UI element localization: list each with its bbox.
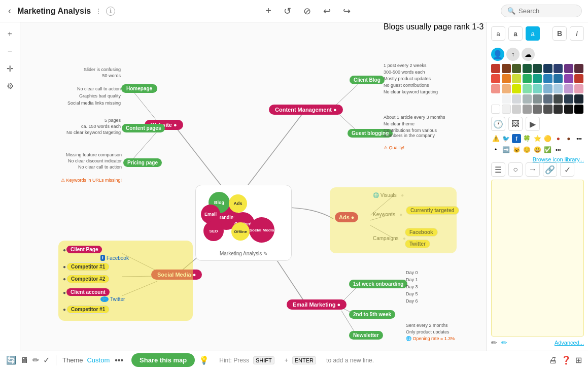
client-page-label[interactable]: Client Page [66,246,102,253]
pricing-page-label[interactable]: Pricing page [123,158,162,167]
image-icon-btn[interactable]: 🖼 [508,117,523,131]
color-swatch[interactable] [533,64,542,73]
arrow-icon[interactable]: → [526,162,540,177]
emoji-facebook[interactable]: f [512,134,521,143]
text-filled-btn[interactable]: a [526,26,540,41]
check-icon[interactable]: ✓ [43,355,50,365]
client-blog-label[interactable]: Client Blog [350,76,385,84]
emoji-dot[interactable]: • [491,145,500,154]
color-swatch[interactable] [523,105,532,114]
color-swatch[interactable] [574,64,583,73]
color-swatch[interactable] [554,84,563,93]
block-button[interactable]: ⊘ [301,4,313,19]
undo2-button[interactable]: ↩ [321,4,333,19]
pen-icon[interactable]: ✏ [32,355,39,365]
color-swatch[interactable] [491,74,500,83]
bold-btn[interactable]: B [552,26,567,41]
color-swatch[interactable] [512,84,521,93]
first-week-label[interactable]: 1st week onboarding [349,280,407,288]
color-swatch[interactable] [574,74,583,83]
homepage-label[interactable]: Homepage [121,84,157,93]
edit-icon[interactable]: ✏ [491,339,497,347]
content-management-label[interactable]: Content Management ● [269,105,343,115]
second-week-label[interactable]: 2nd to 5th week [349,310,395,319]
italic-btn[interactable]: I [570,26,584,41]
color-swatch[interactable] [502,64,511,73]
color-swatch[interactable] [512,94,521,104]
color-swatch[interactable] [574,94,583,104]
emoji-more2[interactable]: ••• [554,145,563,154]
undo-button[interactable]: ↺ [282,4,293,19]
notes-area[interactable] [491,180,584,337]
text-normal-btn[interactable]: a [491,26,505,41]
emoji-green-arrow[interactable]: ➡️ [502,145,511,154]
emoji-brown[interactable]: ● [564,134,573,143]
color-swatch[interactable] [512,105,521,114]
emoji-more1[interactable]: ••• [574,134,583,143]
center-node[interactable]: Branding Blog Ads Content Email SEO Soci… [195,185,292,261]
color-swatch-black[interactable] [574,105,583,114]
text-outline-btn[interactable]: a [508,26,523,41]
emoji-grin[interactable]: 😀 [533,145,542,154]
info-icon[interactable]: ℹ [106,7,115,16]
settings-tool[interactable]: ⚙ [3,78,18,93]
content-pages-label[interactable]: Content pages [122,124,165,132]
color-swatch[interactable] [502,105,511,114]
zoom-out-button[interactable]: − [3,44,18,59]
color-swatch[interactable] [564,94,573,104]
emoji-warning[interactable]: ⚠️ [491,134,500,143]
dots-button[interactable]: ••• [115,356,123,365]
color-swatch[interactable] [564,74,573,83]
color-swatch[interactable] [543,64,552,73]
emoji-red-circle[interactable]: ● [554,134,563,143]
link-icon[interactable]: 🔗 [543,162,557,177]
add-button[interactable]: + [263,3,273,19]
cloud-icon[interactable]: ☁ [522,48,535,61]
monitor-icon[interactable]: 🖥 [20,356,28,365]
color-swatch[interactable] [512,64,521,73]
competitor1-label[interactable]: Competitor #1 [66,262,110,271]
print-icon[interactable]: 🖨 [549,356,557,365]
color-swatch[interactable] [554,105,563,114]
video-icon-btn[interactable]: ▶ [526,117,540,131]
color-swatch[interactable] [523,84,532,93]
custom-label[interactable]: Custom [87,356,110,364]
color-swatch[interactable] [554,64,563,73]
emoji-twitter[interactable]: 🐦 [502,134,511,143]
list-icon[interactable]: ☰ [491,162,505,177]
color-swatch[interactable] [502,84,511,93]
help-icon[interactable]: ❓ [561,355,571,365]
color-swatch[interactable] [564,84,573,93]
emoji-clover[interactable]: 🍀 [523,134,532,143]
color-swatch[interactable] [533,105,542,114]
canvas[interactable]: Branding Blog Ads Content Email SEO Soci… [20,22,487,351]
search-box[interactable]: 🔍 [501,5,582,17]
color-swatch[interactable] [543,84,552,93]
color-swatch[interactable] [554,74,563,83]
advanced-link[interactable]: Advanced... [555,340,584,346]
color-swatch[interactable] [491,64,500,73]
emoji-cat[interactable]: 🐱 [512,145,521,154]
client-account-label[interactable]: Client account [66,288,110,296]
color-swatch[interactable] [533,84,542,93]
up-arrow-icon[interactable]: ↑ [506,48,520,61]
color-swatch[interactable] [491,94,500,104]
color-swatch[interactable] [543,74,552,83]
title-dots[interactable]: ⋮ [95,7,102,15]
color-swatch[interactable] [491,84,500,93]
emoji-smile[interactable]: 😊 [523,145,532,154]
emoji-check[interactable]: ✅ [543,145,552,154]
checkmark-icon[interactable]: ✓ [560,162,574,177]
color-swatch[interactable] [502,94,511,104]
zoom-in-button[interactable]: + [3,26,18,42]
browse-icon-link[interactable]: Browse icon library... [491,156,584,162]
search-input[interactable] [518,7,579,15]
emoji-yellow-circle[interactable]: 🟡 [543,134,552,143]
back-button[interactable]: ‹ [6,4,13,18]
color-swatch[interactable] [554,94,563,104]
layout-icon[interactable]: ⊞ [575,355,582,365]
color-swatch[interactable] [543,94,552,104]
color-swatch[interactable] [564,64,573,73]
refresh-icon[interactable]: 🔄 [6,355,16,365]
color-swatch[interactable] [564,105,573,114]
